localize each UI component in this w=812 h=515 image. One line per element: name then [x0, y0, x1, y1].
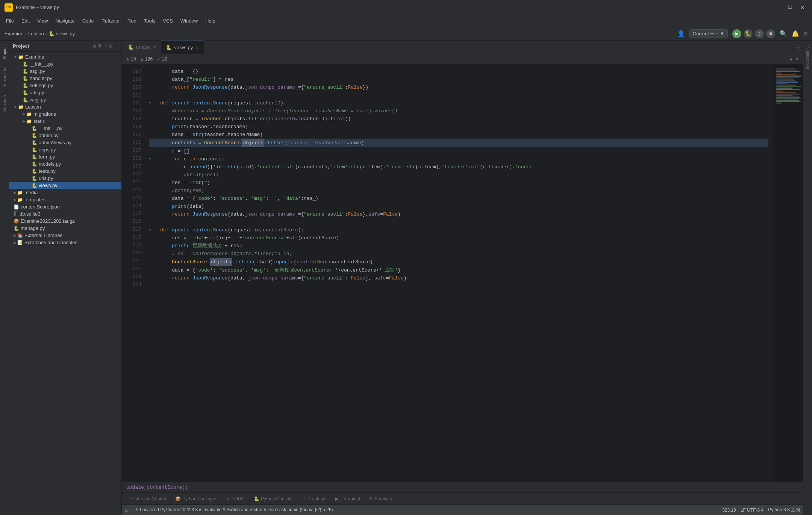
panel-icon-sort[interactable]: ↕	[104, 43, 107, 49]
status-notification[interactable]: ⚠ Localized PyCharm 2022.3.3 is availabl…	[135, 507, 333, 513]
current-file-dropdown[interactable]: Current File ▼	[689, 29, 728, 38]
tree-form-py[interactable]: 🐍 form.py	[9, 153, 121, 160]
status-python[interactable]: Python 3.8.之编	[768, 507, 800, 513]
status-encoding[interactable]: LF UTF-8 4	[741, 507, 764, 513]
menu-navigate[interactable]: Navigate	[52, 17, 77, 25]
tree-examine-folder[interactable]: ▼ 📁 Examine	[9, 53, 121, 60]
fold-indicator[interactable]	[149, 179, 155, 187]
tree-media-folder[interactable]: ▶ 📁 media	[9, 189, 121, 196]
fold-indicator[interactable]	[149, 163, 155, 171]
tab-terminal[interactable]: ▶_ Terminal	[332, 495, 364, 503]
right-tab-notifications[interactable]: Notifications	[804, 44, 812, 72]
fold-indicator[interactable]	[149, 68, 155, 76]
nav-up-icon[interactable]: ▲	[789, 56, 792, 62]
menu-code[interactable]: Code	[79, 17, 97, 25]
tree-examine-tar[interactable]: 📦 Examine20231202.tar.gz	[9, 217, 121, 225]
close-button[interactable]: ✕	[798, 4, 807, 11]
tree-handler-py[interactable]: 🐍 handler.py	[9, 75, 121, 82]
fold-indicator[interactable]	[149, 131, 155, 139]
fold-indicator[interactable]	[149, 76, 155, 83]
tree-init-py-1[interactable]: 🐍 __init__.py	[9, 60, 121, 68]
tree-adminviews-py[interactable]: 🐍 adminViews.py	[9, 139, 121, 146]
menu-vcs[interactable]: VCS	[160, 17, 176, 25]
run-button[interactable]: ▶	[732, 29, 741, 38]
fold-indicator[interactable]: ▼	[149, 226, 155, 234]
menu-edit[interactable]: Edit	[18, 17, 33, 25]
fold-indicator[interactable]	[149, 83, 155, 91]
fold-indicator[interactable]	[149, 282, 155, 290]
panel-icon-list[interactable]: ≡	[98, 43, 101, 49]
fold-indicator[interactable]	[149, 195, 155, 202]
fold-indicator[interactable]	[149, 234, 155, 242]
menu-file[interactable]: File	[3, 17, 17, 25]
fold-indicator[interactable]	[149, 91, 155, 99]
breadcrumb-lesson[interactable]: Lesson	[28, 31, 44, 36]
ok-count[interactable]: ✓ 12	[157, 56, 167, 62]
maximize-button[interactable]: □	[785, 4, 795, 11]
tree-views-py[interactable]: 🐍 views.py	[9, 182, 121, 189]
tree-models-py[interactable]: 🐍 models.py	[9, 160, 121, 168]
tree-templates-folder[interactable]: ▶ 📁 templates	[9, 196, 121, 203]
sidebar-tab-bookmarks[interactable]: Bookmarks	[1, 64, 8, 91]
status-position[interactable]: 323:19	[722, 507, 736, 513]
fold-indicator[interactable]	[149, 258, 155, 266]
tree-tests-py[interactable]: 🐍 tests.py	[9, 168, 121, 175]
breadcrumb-views[interactable]: 🐍 views.py	[48, 31, 75, 36]
fold-indicator[interactable]	[149, 123, 155, 131]
debug-button[interactable]: 🐛	[744, 29, 753, 38]
fold-indicator[interactable]	[149, 107, 155, 115]
breadcrumb-examine[interactable]: Examine	[5, 31, 24, 36]
fold-indicator[interactable]	[149, 242, 155, 250]
fold-indicator[interactable]	[149, 115, 155, 123]
sidebar-tab-project[interactable]: Project	[1, 44, 8, 62]
search-icon[interactable]: 🔍	[780, 30, 787, 38]
fold-indicator[interactable]: ▼	[149, 155, 155, 163]
fold-indicator[interactable]	[149, 187, 155, 195]
fold-indicator[interactable]	[149, 274, 155, 282]
tab-close-urls[interactable]: ✕	[153, 45, 156, 50]
panel-icon-settings[interactable]: ⚙	[93, 43, 96, 49]
panel-icon-gear[interactable]: ⚙	[109, 43, 112, 49]
tab-close-views[interactable]: ✕	[195, 45, 199, 50]
panel-icon-close[interactable]: —	[115, 43, 118, 49]
tree-db-sqlite3[interactable]: 🗄 db.sqlite3	[9, 210, 121, 217]
tab-urls-py[interactable]: 🐍 urls.py ✕	[123, 41, 161, 54]
menu-run[interactable]: Run	[124, 17, 139, 25]
fold-indicator[interactable]	[149, 218, 155, 226]
settings-icon[interactable]: ⚙	[804, 30, 807, 38]
fold-indicator[interactable]	[149, 250, 155, 258]
tab-problems[interactable]: ⚠ Problems	[298, 495, 330, 503]
tree-urls-py-examine[interactable]: 🐍 urls.py	[9, 89, 121, 96]
minimize-button[interactable]: —	[773, 4, 782, 11]
tree-wsgi-py[interactable]: 🐍 wsgi.py	[9, 96, 121, 103]
tree-lesson-folder[interactable]: ▼ 📁 Lesson	[9, 103, 121, 110]
sidebar-tab-structure[interactable]: Structure	[1, 92, 8, 115]
tree-urls-py-lesson[interactable]: 🐍 urls.py	[9, 175, 121, 182]
tree-migrations-folder[interactable]: ▶ 📁 migrations	[9, 110, 121, 118]
tree-manage-py[interactable]: 🐍 manage.py	[9, 225, 121, 232]
tree-scratches-consoles[interactable]: ▶ 📝 Scratches and Consoles	[9, 239, 121, 246]
tree-admin-py[interactable]: 🐍 admin.py	[9, 132, 121, 139]
tree-settings-py[interactable]: 🐍 settings.py	[9, 82, 121, 89]
code-content[interactable]: data = {} data_["result"] = res return J…	[144, 65, 773, 482]
error-count[interactable]: △ 126	[141, 56, 153, 62]
tab-services[interactable]: ⚙ Services	[365, 495, 395, 503]
tab-views-py[interactable]: 🐍 views.py ✕	[161, 41, 204, 54]
stop-button[interactable]: ■	[766, 29, 775, 38]
tree-external-libs[interactable]: ▶ 📚 External Libraries	[9, 232, 121, 239]
fold-indicator[interactable]	[149, 202, 155, 210]
menu-refactor[interactable]: Refactor	[98, 17, 123, 25]
fold-indicator[interactable]	[149, 266, 155, 274]
tab-python-console[interactable]: 🐍 Python Console	[250, 495, 297, 503]
fold-indicator[interactable]	[149, 210, 155, 218]
tree-apps-py[interactable]: 🐍 apps.py	[9, 146, 121, 153]
tab-version-control[interactable]: ⎇ Version Control	[125, 495, 170, 503]
coverage-button[interactable]: ◯	[755, 29, 764, 38]
menu-view[interactable]: View	[34, 17, 51, 25]
fold-indicator[interactable]	[149, 147, 155, 155]
warning-count[interactable]: ⚠ 19	[126, 56, 136, 62]
fold-indicator[interactable]	[149, 139, 155, 147]
tree-static-folder[interactable]: ▶ 📁 static	[9, 118, 121, 125]
tree-asgi-py[interactable]: 🐍 asgi.py	[9, 68, 121, 75]
tree-init-py-2[interactable]: 🐍 __init__.py	[9, 125, 121, 132]
